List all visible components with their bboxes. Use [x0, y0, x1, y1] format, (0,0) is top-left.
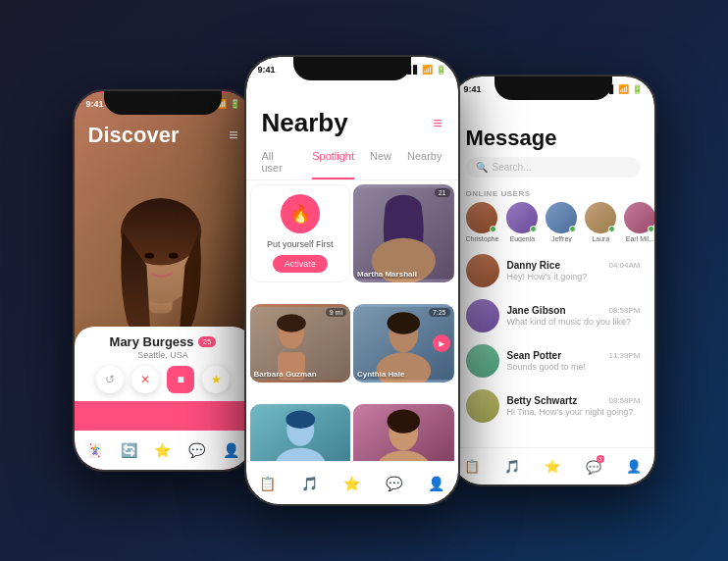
tab-new[interactable]: New	[370, 146, 391, 179]
online-name-5: Earl Mil...	[626, 235, 654, 242]
msg-content-betty: Betty Schwartz 08:58PM Hi Tina, How's yo…	[507, 395, 641, 417]
nearby-grid: 🔥 Put yourself First Activate	[246, 180, 458, 504]
user-location: Seattle, USA	[88, 350, 238, 360]
nav-2-right[interactable]: 🎵	[504, 459, 520, 474]
photo-cell-martha: Martha Marshall 21	[353, 184, 454, 282]
nav-3-right[interactable]: ⭐	[545, 459, 560, 474]
message-item-danny[interactable]: Danny Rice 04:04AM Hey! How's it going?	[452, 248, 654, 293]
status-icons-left: ▋▋▋ 📶 🔋	[192, 99, 240, 109]
online-dot-2	[530, 226, 537, 232]
message-item-jane[interactable]: Jane Gibson 08:58PM What kind of music d…	[452, 293, 654, 338]
wifi-icon-right: 📶	[618, 84, 629, 94]
msg-top-betty: Betty Schwartz 08:58PM	[507, 395, 641, 406]
nav-profile-left[interactable]: 👤	[223, 442, 239, 458]
nav-chat-left[interactable]: 💬	[188, 442, 205, 458]
nav-cards-left[interactable]: 🃏	[86, 442, 103, 458]
action-buttons: ↺ ✕ ■ ★	[88, 366, 238, 393]
msg-name-jane: Jane Gibson	[507, 305, 566, 316]
message-list: Danny Rice 04:04AM Hey! How's it going? …	[452, 248, 654, 429]
avatar-jeffrey	[546, 202, 577, 233]
nav-3-mid[interactable]: ⭐	[343, 476, 360, 491]
online-user-5[interactable]: Earl Mil...	[624, 202, 653, 242]
msg-time-sean: 11:39PM	[608, 351, 640, 360]
photo-cell-cynthia: ▶ Cynthia Hale 7:25	[353, 304, 454, 382]
status-bar-right: 9:41 ▋▋▋ 📶 🔋	[452, 76, 654, 98]
reject-button[interactable]: ✕	[131, 366, 159, 393]
message-title: Message	[466, 126, 641, 151]
bottom-nav-left: 🃏 🔄 ⭐ 💬 👤	[75, 431, 252, 470]
menu-icon-middle[interactable]: ≡	[433, 115, 442, 132]
age-badge: 25	[198, 336, 217, 347]
online-users-list: Christophe Eugenia Jeffrey	[452, 202, 654, 248]
nav-1-mid[interactable]: 📋	[259, 476, 276, 491]
status-bar-middle: 9:41 ▋▋▋ 📶 🔋	[246, 57, 458, 78]
online-user-4[interactable]: Laura	[585, 202, 616, 242]
search-placeholder: Search...	[493, 162, 532, 173]
refresh-button[interactable]: ↺	[96, 366, 124, 393]
photo-cell-barbara: Barbara Guzman 9 mi	[250, 304, 351, 382]
chat-badge: 3	[597, 455, 604, 463]
online-dot-4	[608, 226, 615, 232]
nav-2-mid[interactable]: 🎵	[301, 476, 318, 491]
user-name: Mary Burgess	[110, 334, 194, 349]
user-info-discover: Mary Burgess 25 Seattle, USA ↺ ✕ ■ ★	[75, 327, 252, 401]
time-middle: 9:41	[258, 65, 276, 75]
cell-badge-barbara: 9 mi	[326, 308, 346, 317]
signal-icon: ▋▋▋	[192, 99, 213, 109]
avatar-christophe	[466, 202, 497, 233]
discover-title: Discover	[88, 123, 180, 148]
nav-4-mid[interactable]: 💬	[386, 476, 402, 491]
online-user-2[interactable]: Eugenia	[506, 202, 538, 242]
nav-5-right[interactable]: 👤	[626, 459, 642, 474]
online-user-3[interactable]: Jeffrey	[546, 202, 577, 242]
online-dot-1	[490, 226, 496, 232]
search-bar[interactable]: 🔍 Search...	[466, 157, 641, 178]
msg-time-jane: 08:58PM	[608, 306, 640, 315]
msg-time-danny: 04:04AM	[608, 261, 640, 270]
search-icon-msg: 🔍	[476, 162, 488, 173]
message-item-betty[interactable]: Betty Schwartz 08:58PM Hi Tina, How's yo…	[452, 383, 654, 429]
message-item-sean[interactable]: Sean Potter 11:39PM Sounds good to me!	[452, 338, 654, 383]
activate-button[interactable]: Activate	[273, 255, 328, 273]
online-name-4: Laura	[592, 235, 609, 242]
avatar-laura	[585, 202, 616, 233]
play-button-cynthia[interactable]: ▶	[433, 334, 450, 352]
online-section-label: ONLINE USERS	[452, 189, 654, 198]
bottom-nav-middle: 📋 🎵 ⭐ 💬 👤	[246, 461, 458, 504]
nav-5-mid[interactable]: 👤	[428, 476, 444, 491]
msg-content-sean: Sean Potter 11:39PM Sounds good to me!	[507, 350, 641, 372]
menu-icon-left[interactable]: ≡	[229, 127, 237, 144]
nav-1-right[interactable]: 📋	[464, 459, 480, 474]
status-bar-left: 9:41 ▋▋▋ 📶 🔋	[75, 91, 252, 113]
msg-name-danny: Danny Rice	[507, 260, 560, 271]
spotlight-icon: 🔥	[281, 194, 320, 233]
nearby-screen: 9:41 ▋▋▋ 📶 🔋 Nearby ≡ All user Spotlight…	[246, 57, 458, 504]
status-icons-right: ▋▋▋ 📶 🔋	[598, 84, 643, 94]
signal-icon-mid: ▋▋▋	[401, 66, 419, 75]
star-button[interactable]: ★	[202, 366, 230, 393]
nav-refresh-left[interactable]: 🔄	[121, 442, 137, 458]
battery-icon-right: 🔋	[632, 84, 643, 94]
online-user-1[interactable]: Christophe	[466, 202, 499, 242]
msg-top-jane: Jane Gibson 08:58PM	[507, 305, 641, 316]
like-button[interactable]: ■	[167, 366, 194, 393]
msg-top-sean: Sean Potter 11:39PM	[507, 350, 641, 361]
phone-middle: 9:41 ▋▋▋ 📶 🔋 Nearby ≡ All user Spotlight…	[244, 55, 460, 506]
message-header: Message 🔍 Search...	[452, 98, 654, 189]
cell-badge-martha: 21	[435, 188, 450, 197]
tab-all-user[interactable]: All user	[262, 146, 297, 179]
wifi-icon: 📶	[216, 99, 227, 109]
tab-spotlight[interactable]: Spotlight	[312, 146, 354, 179]
nav-4-right[interactable]: 💬 3	[586, 458, 601, 476]
nav-star-left[interactable]: ⭐	[154, 442, 171, 458]
avatar-earl	[624, 202, 653, 233]
time-right: 9:41	[464, 84, 482, 94]
online-name-3: Jeffrey	[551, 235, 572, 242]
svg-point-26	[286, 410, 315, 429]
tab-nearby[interactable]: Nearby	[407, 146, 442, 179]
phones-container: 9:41 ▋▋▋ 📶 🔋 Discover ≡	[0, 0, 728, 561]
nearby-header: Nearby ≡	[246, 78, 458, 146]
discover-header: Discover ≡	[75, 119, 252, 152]
spotlight-cell: 🔥 Put yourself First Activate	[250, 184, 351, 282]
wifi-icon-mid: 📶	[422, 65, 433, 75]
